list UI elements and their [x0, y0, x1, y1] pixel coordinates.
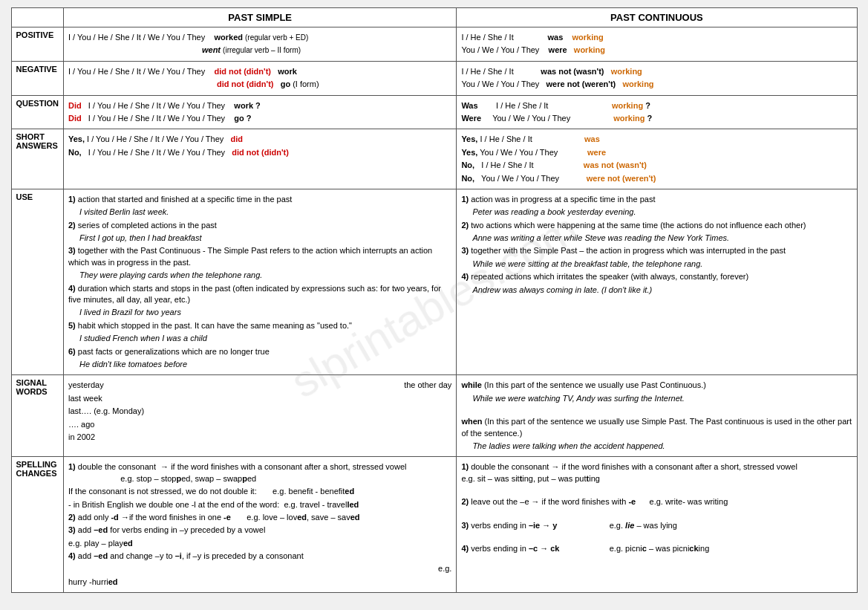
past-continuous-header: PAST CONTINUOUS [457, 8, 857, 27]
use-past-continuous: 1) action was in progress at a specific … [457, 189, 857, 374]
negative-past-continuous: I / He / She / It was not (wasn't) worki… [457, 61, 857, 95]
short-answers-row: SHORTANSWERS Yes, I / You / He / She / I… [11, 129, 857, 189]
use-label: USE [11, 189, 63, 374]
positive-row: POSITIVE I / You / He / She / It / We / … [11, 27, 857, 62]
use-past-simple: 1) action that started and finished at a… [63, 189, 456, 374]
positive-label: POSITIVE [11, 27, 63, 62]
positive-past-simple: I / You / He / She / It / We / You / The… [63, 27, 456, 62]
header-row: PAST SIMPLE PAST CONTINUOUS [11, 8, 857, 27]
spelling-changes-past-simple: 1) double the consonant → if the word fi… [63, 457, 456, 593]
use-row: USE 1) action that started and finished … [11, 189, 857, 374]
positive-past-continuous: I / He / She / It was working You / We /… [457, 27, 857, 62]
signal-words-past-simple: yesterday the other day last week last….… [63, 375, 456, 457]
spelling-changes-label: SPELLINGCHANGES [11, 457, 63, 593]
signal-words-past-continuous: while (In this part of the sentence we u… [457, 375, 857, 457]
short-answers-past-simple: Yes, I / You / He / She / It / We / You … [63, 129, 456, 189]
short-answers-label: SHORTANSWERS [11, 129, 63, 189]
past-simple-header: PAST SIMPLE [63, 8, 456, 27]
grammar-table: PAST SIMPLE PAST CONTINUOUS POSITIVE I /… [11, 7, 858, 593]
question-row: QUESTION Did I / You / He / She / It / W… [11, 95, 857, 129]
empty-header [11, 8, 63, 27]
negative-row: NEGATIVE I / You / He / She / It / We / … [11, 61, 857, 95]
spelling-changes-past-continuous: 1) double the consonant → if the word fi… [457, 457, 857, 593]
question-label: QUESTION [11, 95, 63, 129]
question-past-simple: Did I / You / He / She / It / We / You /… [63, 95, 456, 129]
negative-past-simple: I / You / He / She / It / We / You / The… [63, 61, 456, 95]
spelling-changes-row: SPELLINGCHANGES 1) double the consonant … [11, 457, 857, 593]
short-answers-past-continuous: Yes, I / He / She / It was Yes, You / We… [457, 129, 857, 189]
question-past-continuous: Was I / He / She / It working ? Were You… [457, 95, 857, 129]
signal-words-label: SIGNALWORDS [11, 375, 63, 457]
signal-words-row: SIGNALWORDS yesterday the other day last… [11, 375, 857, 457]
negative-label: NEGATIVE [11, 61, 63, 95]
